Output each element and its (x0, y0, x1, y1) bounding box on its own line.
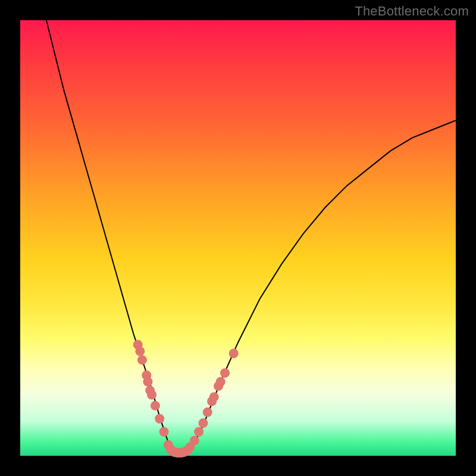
data-marker (135, 346, 145, 356)
curve-markers (133, 340, 239, 458)
data-marker (220, 368, 230, 378)
data-marker (155, 414, 164, 424)
chart-frame: TheBottleneck.com (0, 0, 476, 476)
data-marker (203, 408, 212, 417)
data-marker (198, 418, 208, 428)
data-marker (147, 390, 156, 400)
data-marker (216, 377, 226, 387)
data-marker (159, 427, 169, 437)
chart-svg (20, 20, 456, 456)
data-marker (229, 349, 239, 358)
data-marker (209, 392, 219, 402)
data-marker (194, 427, 203, 437)
data-marker (137, 355, 147, 365)
data-marker (190, 436, 199, 445)
data-marker (143, 377, 152, 387)
plot-area (20, 20, 456, 456)
data-marker (151, 401, 160, 411)
curve-line (46, 20, 456, 453)
watermark-text: TheBottleneck.com (355, 4, 469, 19)
